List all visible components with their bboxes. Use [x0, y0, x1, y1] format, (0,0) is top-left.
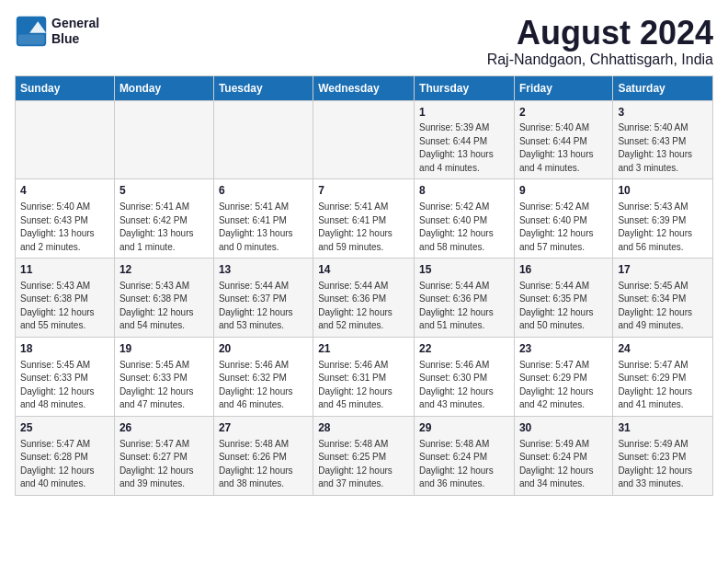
- day-number: 11: [20, 262, 109, 278]
- calendar-cell: 11Sunrise: 5:43 AM Sunset: 6:38 PM Dayli…: [16, 259, 115, 338]
- day-info: Sunrise: 5:41 AM Sunset: 6:41 PM Dayligh…: [318, 201, 409, 254]
- day-info: Sunrise: 5:49 AM Sunset: 6:23 PM Dayligh…: [618, 438, 708, 491]
- calendar-cell: 28Sunrise: 5:48 AM Sunset: 6:25 PM Dayli…: [313, 416, 415, 495]
- day-info: Sunrise: 5:45 AM Sunset: 6:33 PM Dayligh…: [119, 359, 209, 412]
- day-info: Sunrise: 5:45 AM Sunset: 6:33 PM Dayligh…: [20, 359, 109, 412]
- calendar-cell: 12Sunrise: 5:43 AM Sunset: 6:38 PM Dayli…: [114, 259, 213, 338]
- calendar-cell: 27Sunrise: 5:48 AM Sunset: 6:26 PM Dayli…: [213, 416, 313, 495]
- day-info: Sunrise: 5:44 AM Sunset: 6:37 PM Dayligh…: [219, 280, 308, 333]
- day-number: 10: [618, 183, 708, 199]
- calendar-cell: [313, 100, 415, 179]
- location-subtitle: Raj-Nandgaon, Chhattisgarh, India: [487, 52, 713, 68]
- day-number: 2: [519, 105, 608, 121]
- calendar-cell: 14Sunrise: 5:44 AM Sunset: 6:36 PM Dayli…: [313, 259, 415, 338]
- calendar-cell: 7Sunrise: 5:41 AM Sunset: 6:41 PM Daylig…: [313, 179, 415, 259]
- day-info: Sunrise: 5:47 AM Sunset: 6:29 PM Dayligh…: [519, 359, 608, 412]
- calendar-cell: 17Sunrise: 5:45 AM Sunset: 6:34 PM Dayli…: [613, 259, 713, 338]
- day-info: Sunrise: 5:41 AM Sunset: 6:42 PM Dayligh…: [119, 201, 209, 254]
- calendar-cell: [213, 100, 313, 179]
- day-info: Sunrise: 5:42 AM Sunset: 6:40 PM Dayligh…: [419, 201, 509, 254]
- day-info: Sunrise: 5:43 AM Sunset: 6:39 PM Dayligh…: [618, 201, 708, 254]
- day-info: Sunrise: 5:48 AM Sunset: 6:25 PM Dayligh…: [318, 438, 409, 491]
- calendar-cell: 4Sunrise: 5:40 AM Sunset: 6:43 PM Daylig…: [16, 179, 115, 259]
- day-info: Sunrise: 5:45 AM Sunset: 6:34 PM Dayligh…: [618, 280, 708, 333]
- calendar-cell: 13Sunrise: 5:44 AM Sunset: 6:37 PM Dayli…: [213, 259, 313, 338]
- weekday-header-monday: Monday: [114, 75, 213, 100]
- weekday-header-tuesday: Tuesday: [213, 75, 313, 100]
- weekday-header-sunday: Sunday: [16, 75, 115, 100]
- calendar-cell: 20Sunrise: 5:46 AM Sunset: 6:32 PM Dayli…: [213, 337, 313, 416]
- calendar-cell: 15Sunrise: 5:44 AM Sunset: 6:36 PM Dayli…: [415, 259, 515, 338]
- calendar-cell: 18Sunrise: 5:45 AM Sunset: 6:33 PM Dayli…: [16, 337, 115, 416]
- svg-rect-2: [18, 35, 45, 45]
- weekday-header-saturday: Saturday: [613, 75, 713, 100]
- day-info: Sunrise: 5:40 AM Sunset: 6:43 PM Dayligh…: [20, 201, 109, 254]
- day-info: Sunrise: 5:48 AM Sunset: 6:24 PM Dayligh…: [419, 438, 509, 491]
- day-info: Sunrise: 5:47 AM Sunset: 6:28 PM Dayligh…: [20, 438, 109, 491]
- calendar-cell: 10Sunrise: 5:43 AM Sunset: 6:39 PM Dayli…: [613, 179, 713, 259]
- page-header: General Blue August 2024 Raj-Nandgaon, C…: [15, 15, 713, 68]
- day-info: Sunrise: 5:41 AM Sunset: 6:41 PM Dayligh…: [219, 201, 308, 254]
- logo-icon: [15, 15, 48, 48]
- weekday-header-wednesday: Wednesday: [313, 75, 415, 100]
- day-info: Sunrise: 5:43 AM Sunset: 6:38 PM Dayligh…: [20, 280, 109, 333]
- calendar-cell: 16Sunrise: 5:44 AM Sunset: 6:35 PM Dayli…: [514, 259, 612, 338]
- day-info: Sunrise: 5:40 AM Sunset: 6:43 PM Dayligh…: [618, 121, 708, 175]
- calendar-cell: 30Sunrise: 5:49 AM Sunset: 6:24 PM Dayli…: [514, 416, 612, 495]
- day-number: 13: [219, 262, 308, 278]
- day-info: Sunrise: 5:40 AM Sunset: 6:44 PM Dayligh…: [519, 121, 608, 175]
- calendar-cell: 2Sunrise: 5:40 AM Sunset: 6:44 PM Daylig…: [514, 100, 612, 179]
- day-number: 17: [618, 262, 708, 278]
- calendar-cell: 22Sunrise: 5:46 AM Sunset: 6:30 PM Dayli…: [415, 337, 515, 416]
- day-info: Sunrise: 5:46 AM Sunset: 6:32 PM Dayligh…: [219, 359, 308, 412]
- weekday-header-friday: Friday: [514, 75, 612, 100]
- calendar-cell: 29Sunrise: 5:48 AM Sunset: 6:24 PM Dayli…: [415, 416, 515, 495]
- month-year-title: August 2024: [487, 15, 713, 52]
- day-number: 6: [219, 183, 308, 199]
- day-info: Sunrise: 5:44 AM Sunset: 6:36 PM Dayligh…: [318, 280, 409, 333]
- calendar-cell: 26Sunrise: 5:47 AM Sunset: 6:27 PM Dayli…: [114, 416, 213, 495]
- calendar-cell: 24Sunrise: 5:47 AM Sunset: 6:29 PM Dayli…: [613, 337, 713, 416]
- calendar-cell: 31Sunrise: 5:49 AM Sunset: 6:23 PM Dayli…: [613, 416, 713, 495]
- day-number: 31: [618, 420, 708, 436]
- calendar-cell: 25Sunrise: 5:47 AM Sunset: 6:28 PM Dayli…: [16, 416, 115, 495]
- calendar-cell: [16, 100, 115, 179]
- day-number: 7: [318, 183, 409, 199]
- day-info: Sunrise: 5:42 AM Sunset: 6:40 PM Dayligh…: [519, 201, 608, 254]
- day-number: 5: [119, 183, 209, 199]
- day-number: 21: [318, 341, 409, 357]
- day-info: Sunrise: 5:49 AM Sunset: 6:24 PM Dayligh…: [519, 438, 608, 491]
- day-number: 16: [519, 262, 608, 278]
- day-info: Sunrise: 5:47 AM Sunset: 6:27 PM Dayligh…: [119, 438, 209, 491]
- calendar-table: SundayMondayTuesdayWednesdayThursdayFrid…: [15, 75, 713, 496]
- weekday-header-thursday: Thursday: [415, 75, 515, 100]
- day-info: Sunrise: 5:47 AM Sunset: 6:29 PM Dayligh…: [618, 359, 708, 412]
- day-number: 25: [20, 420, 109, 436]
- calendar-cell: 6Sunrise: 5:41 AM Sunset: 6:41 PM Daylig…: [213, 179, 313, 259]
- day-number: 15: [419, 262, 509, 278]
- logo: General Blue: [15, 15, 99, 48]
- calendar-cell: 8Sunrise: 5:42 AM Sunset: 6:40 PM Daylig…: [415, 179, 515, 259]
- day-number: 3: [618, 105, 708, 121]
- calendar-cell: 3Sunrise: 5:40 AM Sunset: 6:43 PM Daylig…: [613, 100, 713, 179]
- day-number: 4: [20, 183, 109, 199]
- day-number: 18: [20, 341, 109, 357]
- calendar-cell: 1Sunrise: 5:39 AM Sunset: 6:44 PM Daylig…: [415, 100, 515, 179]
- day-number: 28: [318, 420, 409, 436]
- calendar-cell: 9Sunrise: 5:42 AM Sunset: 6:40 PM Daylig…: [514, 179, 612, 259]
- day-number: 29: [419, 420, 509, 436]
- logo-text: General Blue: [51, 16, 99, 47]
- title-area: August 2024 Raj-Nandgaon, Chhattisgarh, …: [487, 15, 713, 68]
- day-number: 24: [618, 341, 708, 357]
- calendar-cell: 21Sunrise: 5:46 AM Sunset: 6:31 PM Dayli…: [313, 337, 415, 416]
- day-number: 8: [419, 183, 509, 199]
- day-info: Sunrise: 5:48 AM Sunset: 6:26 PM Dayligh…: [219, 438, 308, 491]
- day-number: 19: [119, 341, 209, 357]
- day-number: 9: [519, 183, 608, 199]
- day-info: Sunrise: 5:46 AM Sunset: 6:30 PM Dayligh…: [419, 359, 509, 412]
- day-info: Sunrise: 5:43 AM Sunset: 6:38 PM Dayligh…: [119, 280, 209, 333]
- day-info: Sunrise: 5:44 AM Sunset: 6:36 PM Dayligh…: [419, 280, 509, 333]
- day-number: 26: [119, 420, 209, 436]
- day-number: 1: [419, 105, 509, 121]
- calendar-cell: 23Sunrise: 5:47 AM Sunset: 6:29 PM Dayli…: [514, 337, 612, 416]
